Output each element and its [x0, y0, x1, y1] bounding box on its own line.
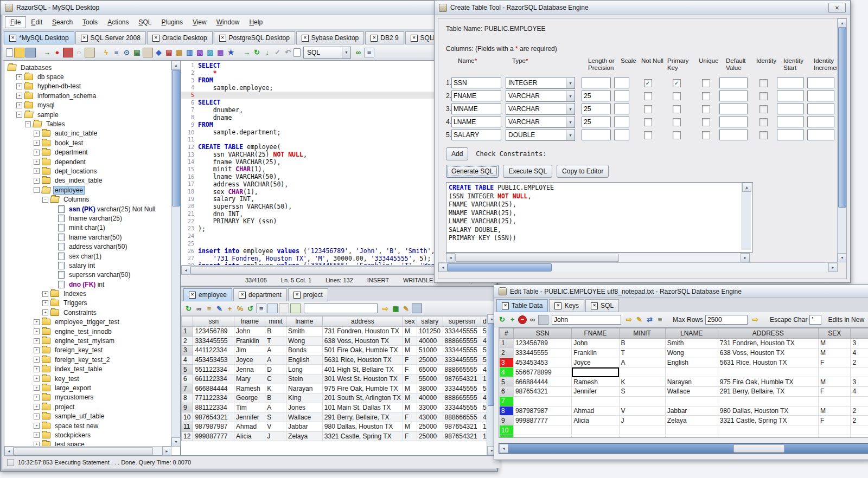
tree-expander[interactable]: +	[34, 366, 40, 372]
connection-tab-db2-9[interactable]: ✕DB2 9	[365, 31, 404, 44]
tree-item[interactable]: fname varchar(25)	[7, 214, 171, 223]
cell[interactable]: M	[403, 403, 417, 412]
tree-expander[interactable]: +	[34, 178, 40, 184]
not-null-checkbox[interactable]	[644, 131, 652, 139]
column-header[interactable]: #	[500, 328, 514, 339]
copy-icon[interactable]	[279, 303, 289, 313]
cell[interactable]: 11	[182, 422, 193, 431]
cell[interactable]: Mary	[234, 374, 265, 384]
tree-item[interactable]: +dept_locations	[7, 166, 171, 176]
cell[interactable]: 333445555	[443, 355, 481, 365]
cell[interactable]: M	[403, 422, 417, 431]
tree-item[interactable]: −Tables	[7, 119, 171, 128]
cell[interactable]	[513, 435, 571, 438]
cell[interactable]: S	[265, 412, 286, 422]
unique-checkbox[interactable]	[702, 92, 710, 100]
tree-expander[interactable]: −	[16, 112, 22, 118]
primary-key-checkbox[interactable]	[673, 92, 681, 100]
cell[interactable]: 980 Dallas, Houston TX	[322, 422, 403, 431]
column-type-select[interactable]: VARCHAR▼	[506, 103, 575, 115]
cell[interactable]: 401 High St, Bellaire TX	[322, 365, 403, 374]
sql-mode-select[interactable]: SQL▼	[303, 47, 351, 59]
cell[interactable]: 987654321	[193, 412, 234, 422]
tree-expander[interactable]: +	[34, 404, 40, 410]
cell[interactable]: 2	[851, 358, 868, 367]
cell[interactable]: M	[818, 339, 850, 348]
cell[interactable]	[818, 367, 850, 377]
cell[interactable]: Stein	[286, 374, 323, 384]
scale-input[interactable]	[614, 91, 629, 101]
length-input[interactable]	[582, 91, 611, 101]
default-value-input[interactable]	[719, 104, 748, 114]
export-icon[interactable]: ▤	[132, 48, 142, 57]
cell[interactable]: F	[403, 431, 417, 441]
tree-expander[interactable]: −	[42, 197, 48, 203]
tree-expander[interactable]: +	[42, 309, 48, 315]
cell[interactable]: 666884444	[193, 384, 234, 393]
filter-rows-icon[interactable]: ≡	[655, 315, 665, 324]
escape-char-input[interactable]	[809, 315, 821, 325]
row-number-cell[interactable]: 6	[500, 386, 514, 396]
cell[interactable]: Wong	[286, 336, 323, 346]
column-header[interactable]: MINIT	[619, 328, 665, 339]
cell[interactable]: 38000	[417, 384, 443, 393]
scroll-down-button[interactable]: ▼	[171, 437, 181, 447]
cell[interactable]	[851, 396, 868, 406]
tree-item[interactable]: +foreign_key_test	[7, 346, 171, 355]
tree-expander[interactable]: +	[34, 432, 40, 438]
cell[interactable]: Long	[286, 365, 323, 374]
cell[interactable]: 987654321	[443, 431, 481, 441]
scroll-left-button[interactable]: ◄	[499, 444, 508, 453]
cell[interactable]: 441122334	[193, 346, 234, 356]
unique-checkbox[interactable]	[702, 105, 710, 113]
save-icon[interactable]	[25, 48, 36, 57]
tree-item[interactable]: +Indexes	[7, 289, 171, 298]
cell[interactable]: 453453453	[193, 355, 234, 365]
row-number-cell[interactable]: 11	[500, 435, 514, 438]
scroll-left-button[interactable]: ◄	[4, 447, 14, 456]
cell[interactable]: 975 Fire Oak, Humble TX	[718, 377, 818, 387]
tree-item[interactable]: +book_test	[7, 138, 171, 147]
cell[interactable]	[665, 425, 718, 435]
tree-item[interactable]: +space test new	[7, 421, 171, 430]
reexecute-icon[interactable]: ↺	[246, 304, 255, 313]
primary-key-checkbox[interactable]	[673, 118, 681, 126]
cell[interactable]: B	[265, 393, 286, 403]
favorites-icon[interactable]: ★	[226, 48, 235, 57]
cell[interactable]: F	[403, 374, 417, 384]
cell[interactable]: F	[818, 416, 850, 425]
disconnect-icon[interactable]	[63, 48, 73, 57]
tab-close-icon[interactable]: ✕	[9, 35, 16, 42]
cell[interactable]: English	[286, 355, 323, 365]
cell[interactable]: Ahmad	[234, 422, 265, 431]
tree-item[interactable]: superssn varchar(50)	[7, 270, 171, 280]
open-file-icon[interactable]	[14, 48, 24, 57]
insert-generator-icon[interactable]: +	[225, 304, 234, 313]
tree-item[interactable]: Databases	[7, 63, 171, 72]
menu-item-actions[interactable]: Actions	[103, 17, 133, 28]
cell[interactable]: B	[265, 327, 286, 337]
cell[interactable]: 5631 Rice, Houston TX	[322, 355, 403, 365]
cell[interactable]: M	[403, 384, 417, 393]
cell[interactable]: Alicia	[572, 416, 619, 425]
cell[interactable]: 333445555	[443, 346, 481, 356]
cell[interactable]: 25000	[417, 431, 443, 441]
row-number-cell[interactable]: 7	[500, 396, 514, 406]
cell[interactable]: 987654321	[443, 422, 481, 431]
unique-checkbox[interactable]	[702, 118, 710, 126]
tree-item[interactable]: sex char(1)	[7, 251, 171, 261]
primary-key-checkbox[interactable]	[673, 131, 681, 139]
default-value-input[interactable]	[719, 77, 748, 88]
cell[interactable]: 2	[182, 336, 193, 346]
scrollbar-thumb[interactable]	[838, 28, 846, 208]
cell[interactable]: 771122334	[193, 393, 234, 403]
tree-item[interactable]: +engine_test_myisam	[7, 336, 171, 345]
not-null-checkbox[interactable]	[644, 118, 652, 126]
tree-expander[interactable]: +	[16, 93, 22, 99]
tab-close-icon[interactable]: ✕	[219, 35, 226, 42]
new-window-icon[interactable]	[267, 303, 278, 313]
edit-table-titlebar[interactable]: Edit Table - PUBLIC.EMPLOYEE utf8_notepa…	[494, 285, 868, 298]
cell[interactable]: 40000	[417, 336, 443, 346]
cell[interactable]: Wong	[665, 348, 718, 358]
scroll-down-button[interactable]: ▼	[838, 253, 847, 262]
